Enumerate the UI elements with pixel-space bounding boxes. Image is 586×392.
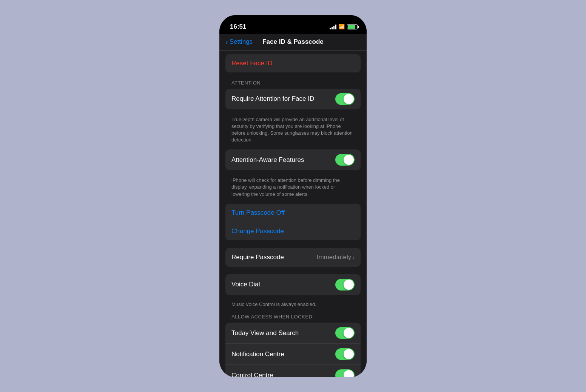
voice-dial-row: Voice Dial — [225, 274, 361, 295]
voice-dial-description: Music Voice Control is always enabled. — [219, 299, 367, 314]
status-time: 16:51 — [230, 23, 246, 31]
reset-face-id-section: Reset Face ID — [225, 54, 361, 72]
require-passcode-row[interactable]: Require Passcode Immediately › — [225, 248, 361, 267]
status-icons: 📶 — [330, 24, 358, 29]
notification-centre-label: Notification Centre — [231, 350, 335, 358]
nav-bar: ‹ Settings Face ID & Passcode — [219, 34, 367, 51]
control-centre-row: Control Centre — [225, 365, 361, 377]
require-attention-toggle[interactable] — [335, 93, 355, 105]
today-view-toggle[interactable] — [335, 327, 355, 339]
turn-passcode-off-button[interactable]: Turn Passcode Off — [225, 204, 361, 222]
require-attention-row: Require Attention for Face ID — [225, 89, 361, 109]
control-centre-toggle[interactable] — [335, 369, 355, 377]
control-centre-label: Control Centre — [231, 372, 335, 377]
change-passcode-button[interactable]: Change Passcode — [225, 222, 361, 240]
attention-aware-description: iPhone will check for attention before d… — [219, 174, 367, 204]
voice-dial-group: Voice Dial — [225, 274, 361, 295]
attention-section-label: ATTENTION — [219, 80, 367, 89]
phone-frame: 16:51 📶 ‹ Settings Face ID & Passcode Re… — [219, 15, 367, 377]
voice-dial-label: Voice Dial — [231, 281, 335, 288]
allow-access-label: ALLOW ACCESS WHEN LOCKED: — [219, 314, 367, 323]
require-attention-group: Require Attention for Face ID — [225, 89, 361, 109]
back-button[interactable]: ‹ Settings — [225, 38, 253, 46]
passcode-group: Turn Passcode Off Change Passcode — [225, 204, 361, 240]
require-attention-description: TrueDepth camera will provide an additio… — [219, 113, 367, 150]
notification-centre-toggle[interactable] — [335, 348, 355, 360]
voice-dial-toggle[interactable] — [335, 279, 355, 291]
back-label: Settings — [230, 38, 253, 46]
attention-aware-group: Attention-Aware Features — [225, 149, 361, 170]
back-chevron-icon: ‹ — [225, 38, 228, 46]
chevron-right-icon: › — [353, 254, 355, 260]
status-bar: 16:51 📶 — [219, 15, 367, 34]
page-title: Face ID & Passcode — [262, 38, 324, 46]
scroll-content[interactable]: Reset Face ID ATTENTION Require Attentio… — [219, 51, 367, 377]
reset-face-id-button[interactable]: Reset Face ID — [225, 54, 361, 72]
attention-aware-toggle[interactable] — [335, 154, 355, 166]
attention-aware-row: Attention-Aware Features — [225, 149, 361, 170]
require-passcode-group: Require Passcode Immediately › — [225, 248, 361, 267]
battery-icon — [347, 24, 358, 29]
attention-aware-label: Attention-Aware Features — [231, 156, 335, 164]
notification-centre-row: Notification Centre — [225, 344, 361, 365]
require-passcode-value: Immediately › — [317, 254, 355, 261]
signal-icon — [330, 24, 336, 29]
allow-access-group: Today View and Search Notification Centr… — [225, 323, 361, 377]
today-view-row: Today View and Search — [225, 323, 361, 344]
require-attention-label: Require Attention for Face ID — [231, 95, 335, 103]
today-view-label: Today View and Search — [231, 329, 335, 337]
wifi-icon: 📶 — [339, 24, 345, 29]
require-passcode-label: Require Passcode — [231, 254, 317, 261]
